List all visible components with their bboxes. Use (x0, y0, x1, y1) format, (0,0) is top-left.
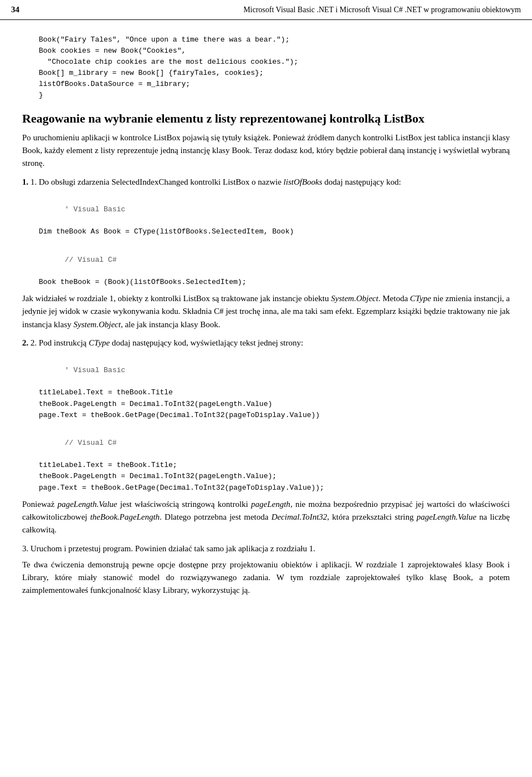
para2-text2: . Metoda (378, 294, 410, 303)
item3-text: 3. Uruchom i przetestuj program. Powinie… (22, 544, 315, 553)
code-cs-comment: // Visual C# (39, 243, 510, 277)
vb2-comment-text: ' Visual Basic (65, 366, 125, 374)
para2-text1: Jak widziałeś w rozdziale 1, obiekty z k… (22, 294, 331, 303)
code-cs2-lines: titleLabel.Text = theBook.Title; theBook… (39, 460, 510, 493)
item2-number: 2. (22, 338, 28, 347)
para3-text4: . Dlatego potrzebna jest metoda (160, 512, 272, 521)
code-vb2-comment: ' Visual Basic (39, 354, 510, 387)
item1-text-before: 1. Do obsługi zdarzenia SelectedIndexCha… (30, 177, 284, 186)
cs2-comment-text: // Visual C# (65, 439, 117, 447)
cs-comment-text: // Visual C# (65, 256, 117, 264)
paragraph-4: Te dwa ćwiczenia demonstrują pewne opcje… (22, 558, 510, 597)
para3-text2: jest właściwością stringową kontrolki (117, 500, 252, 509)
para3-text5: , która przekształci string (327, 512, 416, 521)
para3-text1: Ponieważ (22, 500, 58, 509)
numbered-item-3: 3. Uruchom i przetestuj program. Powinie… (22, 542, 510, 555)
code-cs2-comment: // Visual C# (39, 426, 510, 460)
numbered-item-1: 1. 1. Do obsługi zdarzenia SelectedIndex… (22, 176, 510, 189)
para3-italic4: Decimal.ToInt32 (272, 512, 328, 521)
item2-text-after: dodaj następujący kod, wyświetlający tek… (110, 338, 303, 347)
para2-italic2: CType (410, 294, 431, 303)
code-block-1: Book("Fairy Tales", "Once upon a time th… (39, 34, 510, 101)
header-bar: 34 Microsoft Visual Basic .NET i Microso… (0, 0, 532, 20)
item1-number: 1. (22, 177, 28, 186)
section-heading: Reagowanie na wybranie elementu z listy … (22, 111, 510, 127)
item2-italic: CType (89, 338, 110, 347)
paragraph-2: Jak widziałeś w rozdziale 1, obiekty z k… (22, 292, 510, 331)
para3-italic2: pageLength (251, 500, 290, 509)
code-vb2-lines: titleLabel.Text = theBook.Title theBook.… (39, 387, 510, 420)
paragraph-3: Ponieważ pageLength.Value jest właściwoś… (22, 498, 510, 537)
para2-text4: , ale jak instancja klasy Book. (121, 320, 221, 329)
paragraph-1: Po uruchomieniu aplikacji w kontrolce Li… (22, 131, 510, 170)
para2-italic3: System.Object (73, 320, 120, 329)
item1-text-after: dodaj następujący kod: (323, 177, 401, 186)
page-title: Microsoft Visual Basic .NET i Microsoft … (243, 4, 521, 16)
item1-italic: listOfBooks (284, 177, 323, 186)
code-vb-line: Dim theBook As Book = CType(listOfBooks.… (39, 226, 510, 237)
item2-text-before: 2. Pod instrukcją (30, 338, 89, 347)
para3-italic3: theBook.PageLength (90, 512, 160, 521)
vb-comment-text: ' Visual Basic (65, 205, 125, 214)
code-cs-line: Book theBook = (Book)(listOfBooks.Select… (39, 277, 510, 288)
content-area: Book("Fairy Tales", "Once upon a time th… (0, 20, 532, 618)
para3-italic1: pageLength.Value (58, 500, 117, 509)
para2-italic1: System.Object (331, 294, 378, 303)
page-number: 34 (11, 3, 19, 16)
numbered-item-2: 2. 2. Pod instrukcją CType dodaj następu… (22, 337, 510, 349)
para3-italic5: pageLength.Value (417, 512, 477, 521)
page-container: 34 Microsoft Visual Basic .NET i Microso… (0, 0, 532, 777)
code-vb-comment: ' Visual Basic (39, 193, 510, 226)
